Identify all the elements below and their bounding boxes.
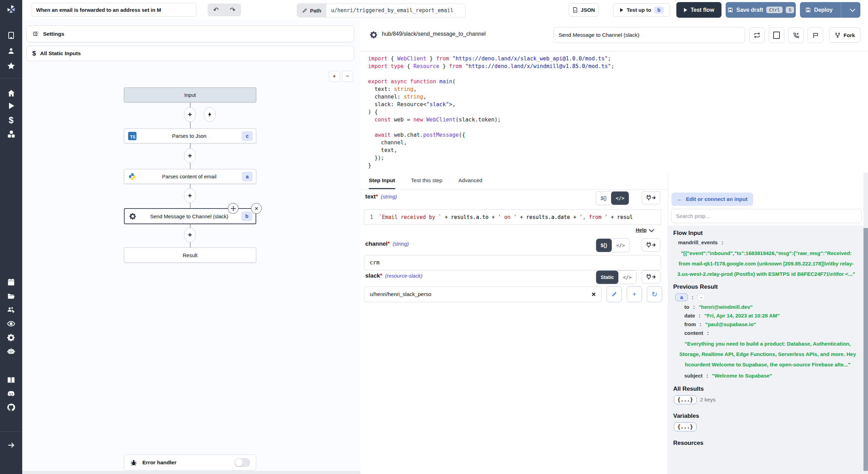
error-handler-toggle[interactable]: [234, 458, 250, 467]
result-key-badge[interactable]: a: [675, 293, 688, 301]
folders-icon[interactable]: [5, 290, 17, 302]
test-flow-button[interactable]: Test flow: [676, 2, 721, 18]
keys-count: 2 keys: [700, 397, 716, 403]
webhook-phone-button[interactable]: [788, 27, 804, 43]
flow-node-parses-content-of-email[interactable]: Parses content of email a: [124, 169, 256, 184]
step-id-badge: a: [242, 172, 253, 181]
flow-node-parses-to-json[interactable]: TS Parses to Json c: [124, 128, 256, 143]
deploy-button[interactable]: Deploy: [800, 2, 838, 18]
test-up-to-button[interactable]: Test up to b: [613, 3, 670, 17]
expr-mode-option[interactable]: ${}: [596, 192, 611, 205]
expand-arrow-icon[interactable]: [5, 439, 17, 451]
clear-icon[interactable]: ×: [592, 290, 596, 298]
phone-incoming-icon: [793, 32, 800, 39]
connect-input-button[interactable]: [642, 238, 660, 252]
connect-input-button[interactable]: [642, 270, 660, 283]
edit-resource-button[interactable]: [607, 286, 622, 302]
edit-or-connect-button[interactable]: ← Edit or connect an input: [671, 193, 753, 206]
all-results-row: {...} 2 keys: [674, 395, 863, 404]
user-icon[interactable]: [5, 45, 17, 57]
workers-robot-icon[interactable]: [5, 345, 17, 357]
audit-eye-icon[interactable]: [5, 318, 17, 330]
add-step-button[interactable]: +: [184, 188, 196, 203]
redo-button[interactable]: ↷: [224, 3, 241, 16]
scrollbar-thumb[interactable]: [863, 228, 868, 471]
code-mode-option[interactable]: </>: [612, 239, 629, 252]
delete-step-button[interactable]: ×: [251, 203, 262, 214]
fork-button[interactable]: Fork: [829, 27, 860, 43]
diff-flag-button[interactable]: [808, 27, 823, 43]
zoom-out-button[interactable]: −: [342, 71, 353, 82]
search-prop-input[interactable]: [671, 209, 862, 223]
refresh-resources-button[interactable]: ↻: [647, 286, 662, 302]
discord-icon[interactable]: [5, 388, 17, 400]
all-static-inputs-button[interactable]: $ All Static Inputs: [26, 46, 354, 61]
variables-dollar-icon[interactable]: $: [5, 114, 17, 126]
result-field-value[interactable]: "henri@windmill.dev": [699, 304, 753, 310]
result-field-row[interactable]: subject:"Welcome to Supabase": [684, 373, 863, 379]
docs-book-icon[interactable]: [5, 374, 17, 387]
path-field[interactable]: Path u/henri/triggered_by_email_report_e…: [297, 3, 466, 17]
add-step-button[interactable]: +: [184, 149, 196, 163]
object-pill[interactable]: {...}: [674, 422, 696, 431]
code-mode-option[interactable]: </>: [611, 192, 629, 205]
error-handler-card[interactable]: Error handler: [124, 455, 256, 471]
resource-select[interactable]: u/henri/henri_slack_perso ×: [364, 286, 602, 302]
flow-input-value[interactable]: "[{"event":"inbound","ts":1683819426,"ms…: [675, 248, 857, 279]
save-icon: [805, 7, 811, 13]
tab-test-this-step[interactable]: Test this step: [411, 172, 442, 189]
zoom-in-button[interactable]: +: [329, 71, 340, 82]
collapse-chip[interactable]: -: [697, 294, 705, 301]
text-expression-editor[interactable]: 1 `Email received by ` + results.a.to + …: [364, 209, 661, 225]
step-name-input[interactable]: [553, 27, 745, 43]
settings-gear-icon[interactable]: [5, 331, 17, 344]
add-step-button[interactable]: +: [184, 107, 196, 122]
result-field-row[interactable]: date:"Fri, Apr 14, 2023 at 10:28 AM": [684, 313, 863, 319]
json-button[interactable]: JSON: [569, 3, 599, 17]
home-icon[interactable]: [5, 87, 17, 99]
flow-node-input[interactable]: Input: [124, 87, 256, 102]
workspace-building-icon[interactable]: [5, 29, 17, 42]
tab-advanced[interactable]: Advanced: [458, 172, 482, 189]
result-field-row[interactable]: content:: [684, 330, 863, 336]
flow-settings-button[interactable]: Settings: [26, 25, 354, 42]
help-link[interactable]: Help: [636, 227, 653, 233]
object-pill[interactable]: {...}: [674, 395, 696, 404]
static-mode-option[interactable]: Static: [596, 271, 618, 284]
flow-title-input[interactable]: [32, 3, 197, 17]
flow-input-key-row[interactable]: mandrill_events :: [678, 239, 863, 245]
channel-value-input[interactable]: [364, 255, 661, 270]
result-field-row[interactable]: to:"henri@windmill.dev": [684, 304, 863, 310]
trigger-bolt-button[interactable]: [204, 107, 216, 122]
path-value[interactable]: u/henri/triggered_by_email_report_email: [326, 4, 465, 17]
result-field-value[interactable]: "Everything you need to build a product:…: [678, 339, 857, 370]
runs-play-icon[interactable]: [5, 100, 17, 112]
flow-node-result[interactable]: Result: [124, 247, 256, 263]
horizontal-scrollbar[interactable]: [22, 471, 360, 474]
sync-steps-button[interactable]: [749, 27, 765, 43]
result-field-value[interactable]: "Welcome to Supabase": [712, 373, 772, 379]
add-step-button[interactable]: +: [184, 228, 196, 242]
undo-button[interactable]: ↶: [208, 3, 224, 16]
expand-square-button[interactable]: [769, 27, 784, 43]
groups-users-gear-icon[interactable]: [5, 304, 17, 316]
code-editor[interactable]: import { WebClient } from "https://deno.…: [360, 51, 868, 172]
result-field-value[interactable]: "Fri, Apr 14, 2023 at 10:28 AM": [704, 313, 780, 319]
step-id-badge: c: [242, 131, 253, 141]
add-resource-button[interactable]: +: [627, 286, 642, 302]
deploy-dropdown-button[interactable]: [844, 2, 860, 18]
result-field-row[interactable]: from:"paul@supabase.io": [684, 321, 863, 327]
connect-input-button[interactable]: [642, 191, 660, 204]
windmill-logo-icon[interactable]: [5, 3, 17, 16]
move-step-handle[interactable]: [228, 203, 239, 214]
schedules-calendar-icon[interactable]: [5, 276, 17, 288]
code-mode-option[interactable]: </>: [618, 271, 636, 284]
tab-step-input[interactable]: Step Input: [369, 172, 395, 189]
favorites-star-icon[interactable]: [5, 60, 17, 72]
github-icon[interactable]: [5, 401, 17, 414]
back-arrow-icon: ←: [677, 196, 683, 202]
resources-cubes-icon[interactable]: [5, 128, 17, 140]
expr-mode-option[interactable]: ${}: [596, 239, 612, 252]
save-draft-button[interactable]: Save draft Ctrl S: [726, 2, 796, 18]
result-field-value[interactable]: "paul@supabase.io": [705, 321, 756, 327]
